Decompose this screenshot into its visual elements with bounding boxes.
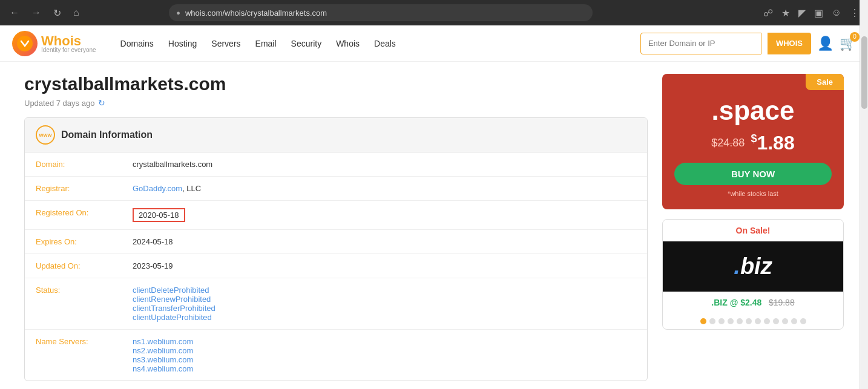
info-table: Domain: crystalballmarkets.com Registrar… bbox=[25, 152, 647, 381]
carousel-dot-11[interactable] bbox=[791, 318, 797, 324]
nav-security[interactable]: Security bbox=[291, 39, 322, 48]
cart-icon[interactable]: 🛒 0 bbox=[840, 36, 856, 51]
expires-value: 2024-05-18 bbox=[122, 230, 647, 254]
svg-point-0 bbox=[17, 36, 33, 51]
ns2-link[interactable]: ns2.weblium.com bbox=[133, 346, 636, 355]
carousel-dot-2[interactable] bbox=[709, 318, 715, 324]
status-values: clientDeleteProhibited clientRenewProhib… bbox=[122, 278, 647, 330]
buy-now-button[interactable]: BUY NOW bbox=[674, 163, 832, 185]
page-title: crystalballmarkets.com bbox=[24, 74, 648, 94]
carousel-dot-1[interactable] bbox=[700, 318, 706, 324]
status-link-3[interactable]: clientTransferProhibited bbox=[133, 304, 636, 313]
biz-old-price: $19.88 bbox=[769, 298, 795, 307]
registered-on-row: Registered On: 2020-05-18 bbox=[25, 201, 647, 230]
biz-logo: .biz bbox=[663, 241, 843, 292]
table-row: Expires On: 2024-05-18 bbox=[25, 230, 647, 254]
reload-button[interactable]: ↻ bbox=[50, 5, 65, 21]
nav-domains[interactable]: Domains bbox=[120, 39, 154, 48]
updated-info: Updated 7 days ago ↻ bbox=[24, 98, 648, 108]
profile-icon[interactable]: ☺ bbox=[829, 5, 844, 21]
status-link-4[interactable]: clientUpdateProhibited bbox=[133, 313, 636, 322]
space-new-price: $1.88 bbox=[751, 132, 794, 154]
main-content: crystalballmarkets.com Updated 7 days ag… bbox=[0, 62, 868, 389]
carousel-dot-9[interactable] bbox=[773, 318, 779, 324]
carousel-dot-8[interactable] bbox=[764, 318, 770, 324]
ns1-link[interactable]: ns1.weblium.com bbox=[133, 337, 636, 346]
status-label: Status: bbox=[25, 278, 122, 330]
logo-icon bbox=[12, 31, 38, 56]
sale-badge: Sale bbox=[806, 74, 844, 90]
ns3-link[interactable]: ns3.weblium.com bbox=[133, 355, 636, 364]
nav-servers[interactable]: Servers bbox=[211, 39, 240, 48]
updated-text: Updated 7 days ago bbox=[24, 99, 94, 108]
registered-date: 2020-05-18 bbox=[133, 208, 185, 222]
registered-label: Registered On: bbox=[25, 201, 122, 230]
search-button[interactable]: WHOIS bbox=[768, 33, 811, 54]
nav-deals[interactable]: Deals bbox=[374, 39, 396, 48]
nav-whois[interactable]: Whois bbox=[336, 39, 360, 48]
space-pricing: $24.88 $1.88 bbox=[674, 132, 832, 154]
status-link-2[interactable]: clientRenewProhibited bbox=[133, 295, 636, 304]
table-row: Registrar: GoDaddy.com, LLC bbox=[25, 177, 647, 201]
url-icon: ● bbox=[176, 9, 180, 16]
user-icon[interactable]: 👤 bbox=[817, 36, 833, 51]
ns4-link[interactable]: ns4.weblium.com bbox=[133, 364, 636, 373]
left-panel: crystalballmarkets.com Updated 7 days ag… bbox=[24, 74, 648, 381]
www-icon: www bbox=[36, 125, 55, 145]
status-link-1[interactable]: clientDeleteProhibited bbox=[133, 286, 636, 295]
registered-value: 2020-05-18 bbox=[122, 201, 647, 230]
address-bar[interactable]: ● whois.com/whois/crystalballmarkets.com bbox=[169, 4, 593, 21]
carousel-dot-7[interactable] bbox=[755, 318, 761, 324]
domain-info-header: www Domain Information bbox=[25, 118, 647, 152]
scrollbar-thumb[interactable] bbox=[861, 36, 867, 109]
nav-hosting[interactable]: Hosting bbox=[168, 39, 197, 48]
space-old-price: $24.88 bbox=[711, 137, 745, 149]
sidebar-icon[interactable]: ▣ bbox=[812, 5, 826, 21]
nameserver-values: ns1.weblium.com ns2.weblium.com ns3.webl… bbox=[122, 330, 647, 381]
table-row: Domain: crystalballmarkets.com bbox=[25, 152, 647, 177]
logo[interactable]: Whois Identity for everyone bbox=[12, 31, 96, 56]
on-sale-text: On Sale! bbox=[736, 226, 771, 235]
navbar: Whois Identity for everyone Domains Host… bbox=[0, 25, 868, 62]
domain-value: crystalballmarkets.com bbox=[122, 152, 647, 177]
carousel-dot-5[interactable] bbox=[737, 318, 743, 324]
nameservers-label: Name Servers: bbox=[25, 330, 122, 381]
extension-icon[interactable]: ◤ bbox=[796, 5, 808, 21]
scrollbar[interactable] bbox=[860, 0, 868, 389]
price-sup: $ bbox=[751, 132, 757, 145]
browser-actions: ☍ ★ ◤ ▣ ☺ ⋮ bbox=[761, 5, 862, 21]
updated-on-value: 2023-05-19 bbox=[122, 254, 647, 278]
biz-ad-header: On Sale! bbox=[663, 220, 843, 241]
forward-button[interactable]: → bbox=[28, 5, 45, 21]
biz-text: .biz bbox=[734, 253, 772, 279]
carousel-dot-3[interactable] bbox=[718, 318, 725, 324]
url-text: whois.com/whois/crystalballmarkets.com bbox=[185, 8, 327, 18]
biz-dot: . bbox=[734, 253, 740, 279]
table-row: Status: clientDeleteProhibited clientRen… bbox=[25, 278, 647, 330]
section-title: Domain Information bbox=[61, 129, 153, 140]
space-ad: Sale .space $24.88 $1.88 BUY NOW *while … bbox=[662, 74, 844, 209]
biz-pricing: .BIZ @ $2.48 $19.88 bbox=[663, 292, 843, 313]
updated-on-label: Updated On: bbox=[25, 254, 122, 278]
cart-badge: 0 bbox=[850, 32, 860, 42]
translate-icon[interactable]: ☍ bbox=[761, 5, 775, 21]
space-tld: .space bbox=[674, 96, 832, 126]
home-button[interactable]: ⌂ bbox=[70, 5, 83, 21]
registrar-link[interactable]: GoDaddy.com bbox=[133, 184, 182, 193]
nav-email[interactable]: Email bbox=[255, 39, 277, 48]
carousel-dot-4[interactable] bbox=[728, 318, 734, 324]
table-row: Name Servers: ns1.weblium.com ns2.webliu… bbox=[25, 330, 647, 381]
table-row: Updated On: 2023-05-19 bbox=[25, 254, 647, 278]
stocks-note: *while stocks last bbox=[674, 190, 832, 197]
search-input[interactable] bbox=[640, 33, 761, 54]
carousel-dot-12[interactable] bbox=[800, 318, 806, 324]
star-icon[interactable]: ★ bbox=[779, 5, 792, 21]
nav-links: Domains Hosting Servers Email Security W… bbox=[120, 39, 396, 48]
refresh-icon[interactable]: ↻ bbox=[98, 98, 105, 108]
expires-label: Expires On: bbox=[25, 230, 122, 254]
browser-chrome: ← → ↻ ⌂ ● whois.com/whois/crystalballmar… bbox=[0, 0, 868, 25]
carousel-dot-10[interactable] bbox=[782, 318, 788, 324]
back-button[interactable]: ← bbox=[6, 5, 23, 21]
carousel-dot-6[interactable] bbox=[746, 318, 752, 324]
search-area: WHOIS 👤 🛒 0 bbox=[640, 33, 856, 54]
